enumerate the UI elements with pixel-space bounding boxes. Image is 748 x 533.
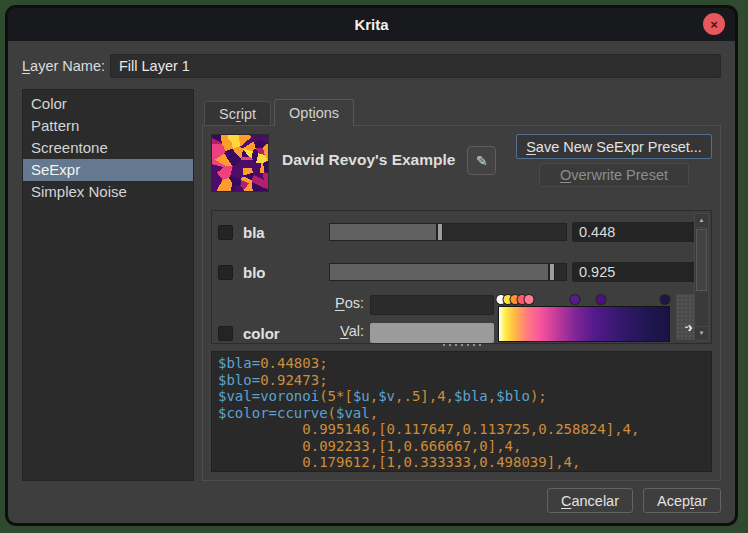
blo-slider[interactable] xyxy=(329,263,567,281)
gradient-stop[interactable] xyxy=(524,295,533,304)
layer-name-input[interactable] xyxy=(110,54,721,78)
overwrite-preset-button[interactable]: Overwrite Preset xyxy=(539,163,689,187)
bla-value-field[interactable]: 0.448 xyxy=(572,222,698,242)
color-checkbox[interactable] xyxy=(218,326,233,341)
list-item-screentone[interactable]: Screentone xyxy=(23,137,193,159)
color-label: color xyxy=(243,325,280,342)
pos-input[interactable] xyxy=(370,295,494,315)
gradient-stop[interactable] xyxy=(571,295,580,304)
pos-label: Pos: xyxy=(332,295,364,311)
gradient-ramp-widget[interactable] xyxy=(498,293,670,342)
blo-checkbox[interactable] xyxy=(218,265,233,280)
blo-value-field[interactable]: 0.925 xyxy=(572,262,698,282)
bla-checkbox[interactable] xyxy=(218,225,233,240)
val-label: Val: xyxy=(332,323,364,339)
pencil-icon: ✎ xyxy=(476,153,488,169)
scroll-up-icon[interactable]: ▲ xyxy=(695,214,708,228)
edit-preset-button[interactable]: ✎ xyxy=(467,146,496,175)
accept-button[interactable]: Aceptar xyxy=(643,488,721,513)
krita-dialog-window: Krita × Layer Name: Color Pattern Screen… xyxy=(5,5,738,526)
close-icon[interactable]: × xyxy=(703,13,725,35)
scrollbar-thumb[interactable] xyxy=(696,229,707,291)
window-title: Krita xyxy=(354,16,388,33)
tab-script[interactable]: Script xyxy=(204,101,271,126)
splitter-handle[interactable] xyxy=(442,343,482,347)
list-item-seexpr[interactable]: SeExpr xyxy=(23,159,193,181)
list-item-color[interactable]: Color xyxy=(23,93,193,115)
gradient-bar[interactable] xyxy=(498,306,670,342)
list-item-pattern[interactable]: Pattern xyxy=(23,115,193,137)
titlebar[interactable]: Krita × xyxy=(8,8,735,41)
gradient-stops[interactable] xyxy=(498,293,670,306)
save-new-preset-button[interactable]: Save New SeExpr Preset... xyxy=(516,134,712,159)
bla-label: bla xyxy=(243,224,265,241)
cancel-button[interactable]: Cancelar xyxy=(547,488,633,513)
dotted-arrow-icon: ∙∙› xyxy=(684,320,692,340)
preset-thumbnail xyxy=(211,134,269,192)
generator-list: Color Pattern Screentone SeExpr Simplex … xyxy=(22,89,194,481)
tab-bar: Script Options xyxy=(204,99,721,126)
params-vertical-scrollbar[interactable]: ▲ ▼ xyxy=(694,213,709,341)
bla-slider[interactable] xyxy=(329,223,567,241)
preset-name: David Revoy's Example xyxy=(282,151,455,169)
list-item-simplex-noise[interactable]: Simplex Noise xyxy=(23,181,193,203)
layer-name-label: Layer Name: xyxy=(22,58,110,74)
val-swatch[interactable] xyxy=(370,323,494,343)
gradient-stop[interactable] xyxy=(597,295,606,304)
dialog-content: Layer Name: Color Pattern Screentone SeE… xyxy=(8,41,735,523)
gradient-stop[interactable] xyxy=(660,295,669,304)
blo-label: blo xyxy=(243,264,266,281)
parameters-scroll-area: bla 0.448 blo xyxy=(211,210,712,344)
scroll-down-icon[interactable]: ▼ xyxy=(695,326,708,340)
options-tab-panel: David Revoy's Example ✎ Save New SeExpr … xyxy=(202,125,721,481)
seexpr-code[interactable]: $bla=0.44803;$blo=0.92473;$val=voronoi(5… xyxy=(211,351,712,472)
tab-options[interactable]: Options xyxy=(274,99,354,126)
